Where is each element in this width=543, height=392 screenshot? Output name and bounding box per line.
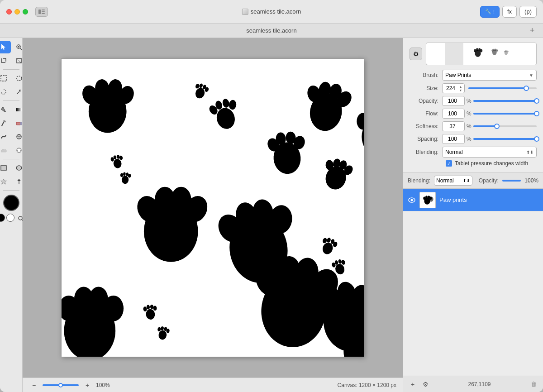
- size-down-btn[interactable]: ▼: [458, 88, 463, 92]
- flow-label: Flow:: [410, 110, 442, 117]
- svg-rect-15: [1, 76, 6, 81]
- add-tab-button[interactable]: +: [528, 26, 537, 35]
- size-label: Size:: [410, 85, 442, 91]
- tablet-pressure-checkbox[interactable]: ✓: [446, 160, 452, 167]
- fx-button[interactable]: fx: [502, 6, 517, 18]
- canvas-frame[interactable]: [61, 58, 364, 357]
- brush-name-dropdown[interactable]: Paw Prints ▼: [442, 70, 537, 81]
- svg-line-17: [17, 91, 19, 94]
- size-slider[interactable]: [468, 87, 537, 89]
- svg-point-83: [123, 172, 126, 176]
- zoom-slider[interactable]: [43, 384, 79, 386]
- zoom-out-button[interactable]: −: [29, 380, 39, 390]
- star-tool[interactable]: [0, 175, 11, 188]
- minimize-button[interactable]: [14, 9, 20, 14]
- layers-blending-arrow: ⬆⬇: [463, 178, 470, 183]
- flow-slider-fill: [473, 113, 537, 115]
- brush-preview-image: [426, 43, 537, 65]
- brush-name-value: Paw Prints: [445, 72, 471, 78]
- layer-visibility-eye[interactable]: [408, 196, 416, 204]
- foreground-color[interactable]: [3, 195, 19, 211]
- svg-point-109: [338, 259, 342, 264]
- brush-tool[interactable]: [0, 117, 11, 129]
- delete-layer-button[interactable]: 🗑: [529, 379, 538, 389]
- svg-point-95: [153, 306, 157, 311]
- softness-slider[interactable]: [473, 125, 537, 127]
- svg-point-39: [19, 216, 22, 220]
- maximize-button[interactable]: [23, 9, 28, 14]
- opacity-input[interactable]: 100: [442, 96, 465, 106]
- lasso-tool[interactable]: [0, 86, 11, 98]
- svg-rect-21: [16, 108, 22, 111]
- dodge-burn-tool[interactable]: [0, 144, 11, 157]
- tool-row-9: [0, 162, 26, 174]
- fg-color-swatch[interactable]: [0, 214, 5, 222]
- smudge-tool[interactable]: [0, 130, 11, 143]
- canvas-size-label: Canvas: 1200 × 1200 px: [338, 382, 396, 388]
- softness-input[interactable]: 37: [442, 121, 465, 131]
- brush-dropdown-arrow: ▼: [529, 73, 533, 78]
- layers-opacity-bar[interactable]: [502, 180, 521, 182]
- spacing-slider[interactable]: [473, 138, 537, 140]
- brush-settings-button[interactable]: ⚙: [410, 48, 422, 60]
- size-stepper[interactable]: ▲ ▼: [458, 85, 463, 92]
- tools-exclamation: !: [493, 9, 495, 14]
- svg-point-97: [157, 327, 161, 332]
- svg-point-98: [161, 326, 164, 331]
- brush-preview-svg: [445, 43, 518, 65]
- layer-settings-button[interactable]: ⚙: [420, 379, 430, 389]
- svg-line-6: [20, 48, 22, 50]
- flow-unit: %: [467, 110, 472, 117]
- tools-icon: 🔧: [485, 9, 491, 14]
- tools-button[interactable]: 🔧 !: [480, 6, 500, 18]
- paint-bucket-tool[interactable]: [0, 103, 11, 116]
- tool-row-1: [0, 41, 26, 53]
- tool-row-5: [0, 103, 26, 116]
- tool-divider-1: [3, 69, 19, 70]
- flow-slider[interactable]: [473, 113, 537, 115]
- traffic-lights: [6, 9, 28, 14]
- zoom-slider-area: [43, 384, 79, 386]
- spacing-unit: %: [467, 136, 472, 142]
- close-button[interactable]: [6, 9, 12, 14]
- svg-point-82: [120, 173, 124, 177]
- right-panel: ⚙: [403, 38, 543, 392]
- layer-name: Paw prints: [439, 196, 538, 203]
- size-up-btn[interactable]: ▲: [458, 85, 463, 88]
- svg-point-154: [411, 199, 413, 201]
- p-button[interactable]: (p): [519, 6, 537, 18]
- spacing-input[interactable]: 100: [442, 134, 465, 144]
- fx-label: fx: [507, 8, 512, 15]
- select-tool[interactable]: [0, 41, 11, 53]
- add-layer-button[interactable]: +: [408, 379, 418, 389]
- flow-input[interactable]: 100: [442, 109, 465, 119]
- tool-row-7: [0, 130, 26, 143]
- canvas-content: [62, 59, 364, 357]
- crop-tool[interactable]: [0, 54, 11, 67]
- rect-select-tool[interactable]: [0, 72, 11, 85]
- zoom-in-button[interactable]: +: [82, 380, 92, 390]
- opacity-slider[interactable]: [473, 100, 537, 102]
- svg-point-140: [476, 48, 478, 51]
- tool-divider-3: [3, 159, 19, 159]
- titlebar: seamless tile.acorn 🔧 ! fx (p): [0, 0, 543, 24]
- blending-dropdown[interactable]: Normal ⬆⬇: [442, 147, 537, 158]
- rect-shape-tool[interactable]: [0, 162, 11, 174]
- svg-line-14: [17, 58, 21, 63]
- bg-color-swatch[interactable]: [6, 214, 14, 222]
- canvas-bottom-bar: − + 100% Canvas: 1200 × 1200 px: [23, 378, 403, 392]
- layers-section: Blending: Normal ⬆⬇ Opacity: 100%: [403, 172, 543, 392]
- layer-item[interactable]: Paw prints: [403, 189, 543, 211]
- svg-rect-137: [445, 43, 463, 65]
- svg-point-93: [146, 305, 150, 309]
- layers-opacity-label: Opacity:: [479, 177, 499, 184]
- svg-point-144: [491, 49, 493, 52]
- svg-point-103: [326, 237, 331, 243]
- layers-blending-dropdown[interactable]: Normal ⬆⬇: [434, 176, 472, 186]
- svg-point-158: [425, 196, 428, 199]
- svg-point-49: [222, 98, 230, 109]
- sidebar-toggle-button[interactable]: [35, 7, 48, 17]
- spacing-slider-fill: [473, 138, 537, 140]
- titlebar-actions: 🔧 ! fx (p): [480, 6, 537, 18]
- size-input[interactable]: 224 ▲ ▼: [442, 83, 465, 93]
